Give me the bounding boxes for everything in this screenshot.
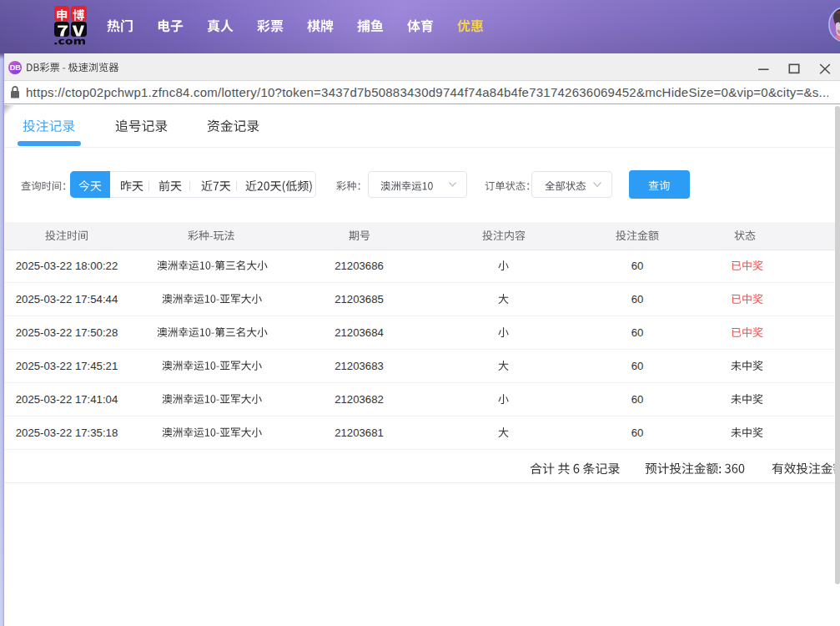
svg-text:DB: DB — [10, 63, 21, 72]
